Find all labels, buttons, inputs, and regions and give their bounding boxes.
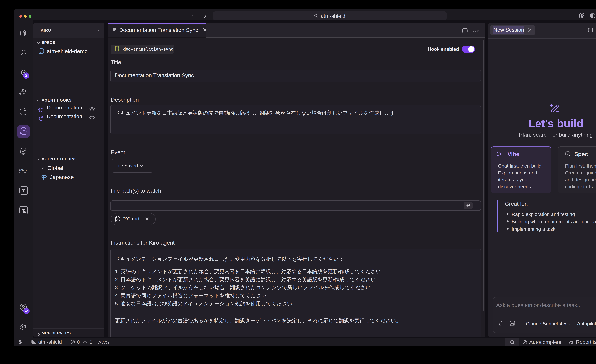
svg-text:aws: aws [19, 167, 27, 172]
